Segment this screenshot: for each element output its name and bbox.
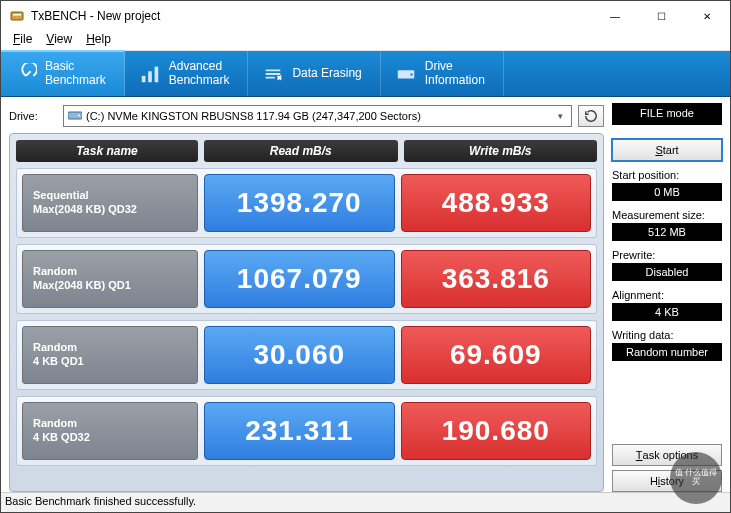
tab-label: Benchmark <box>45 73 106 87</box>
task-line1: Random <box>33 341 187 355</box>
alignment-value: 4 KB <box>612 303 722 321</box>
svg-rect-3 <box>141 75 145 81</box>
svg-rect-4 <box>148 71 152 82</box>
task-line2: 4 KB QD32 <box>33 431 187 445</box>
tab-advanced-benchmark[interactable]: AdvancedBenchmark <box>125 51 249 96</box>
writedata-label: Writing data: <box>612 329 722 341</box>
read-value: 1067.079 <box>204 250 395 308</box>
tab-label: Data Erasing <box>292 66 361 80</box>
drive-select[interactable]: (C:) NVMe KINGSTON RBUSNS8 117.94 GB (24… <box>63 105 572 127</box>
write-value: 363.816 <box>401 250 592 308</box>
read-value: 231.311 <box>204 402 395 460</box>
tab-label: Drive <box>425 59 453 73</box>
alignment-label: Alignment: <box>612 289 722 301</box>
start-button[interactable]: Start <box>612 139 722 161</box>
svg-line-2 <box>26 71 31 76</box>
task-name-cell: Sequential Max(2048 KB) QD32 <box>22 174 198 232</box>
task-name-cell: Random 4 KB QD1 <box>22 326 198 384</box>
svg-rect-0 <box>11 12 23 20</box>
measure-label: Measurement size: <box>612 209 722 221</box>
erase-icon <box>262 63 284 85</box>
header-task: Task name <box>16 140 198 162</box>
write-value: 69.609 <box>401 326 592 384</box>
status-bar: Basic Benchmark finished successfully. <box>1 492 730 512</box>
drive-icon-small <box>68 109 82 123</box>
task-line1: Sequential <box>33 189 187 203</box>
write-value: 190.680 <box>401 402 592 460</box>
svg-rect-5 <box>154 66 158 82</box>
read-value: 1398.270 <box>204 174 395 232</box>
maximize-button[interactable]: ☐ <box>638 1 684 31</box>
reload-button[interactable] <box>578 105 604 127</box>
svg-point-7 <box>410 73 412 75</box>
watermark-badge: 值 什么值得买 <box>670 452 722 504</box>
drive-label: Drive: <box>9 110 57 122</box>
bench-row: Random Max(2048 KB) QD1 1067.079 363.816 <box>16 244 597 314</box>
bench-row: Random 4 KB QD1 30.060 69.609 <box>16 320 597 390</box>
task-line1: Random <box>33 417 187 431</box>
task-name-cell: Random Max(2048 KB) QD1 <box>22 250 198 308</box>
header-write: Write mB/s <box>404 140 598 162</box>
file-mode-indicator: FILE mode <box>612 103 722 125</box>
tab-label: Benchmark <box>169 73 230 87</box>
app-icon <box>9 8 25 24</box>
prewrite-value: Disabled <box>612 263 722 281</box>
task-line2: 4 KB QD1 <box>33 355 187 369</box>
menu-file[interactable]: File <box>7 31 38 50</box>
gauge-icon <box>15 63 37 85</box>
benchmark-panel: Task name Read mB/s Write mB/s Sequentia… <box>9 133 604 492</box>
tab-label: Advanced <box>169 59 222 73</box>
svg-rect-1 <box>13 14 21 16</box>
tab-drive-information[interactable]: DriveInformation <box>381 51 504 96</box>
chevron-down-icon: ▾ <box>554 111 567 121</box>
minimize-button[interactable]: — <box>592 1 638 31</box>
tab-basic-benchmark[interactable]: BasicBenchmark <box>1 50 125 96</box>
read-value: 30.060 <box>204 326 395 384</box>
tab-data-erasing[interactable]: Data Erasing <box>248 51 380 96</box>
write-value: 488.933 <box>401 174 592 232</box>
tab-label: Basic <box>45 59 74 73</box>
measure-value: 512 MB <box>612 223 722 241</box>
svg-point-9 <box>78 115 80 117</box>
bench-row: Random 4 KB QD32 231.311 190.680 <box>16 396 597 466</box>
drive-icon <box>395 63 417 85</box>
chart-icon <box>139 63 161 85</box>
header-read: Read mB/s <box>204 140 398 162</box>
drive-selected-text: (C:) NVMe KINGSTON RBUSNS8 117.94 GB (24… <box>86 110 421 122</box>
task-line2: Max(2048 KB) QD32 <box>33 203 187 217</box>
close-button[interactable]: ✕ <box>684 1 730 31</box>
task-name-cell: Random 4 KB QD32 <box>22 402 198 460</box>
prewrite-label: Prewrite: <box>612 249 722 261</box>
menu-view[interactable]: View <box>40 31 78 50</box>
task-line1: Random <box>33 265 187 279</box>
startpos-value: 0 MB <box>612 183 722 201</box>
window-title: TxBENCH - New project <box>31 9 160 23</box>
menu-help[interactable]: Help <box>80 31 117 50</box>
bench-row: Sequential Max(2048 KB) QD32 1398.270 48… <box>16 168 597 238</box>
startpos-label: Start position: <box>612 169 722 181</box>
task-line2: Max(2048 KB) QD1 <box>33 279 187 293</box>
tab-label: Information <box>425 73 485 87</box>
writedata-value: Random number <box>612 343 722 361</box>
